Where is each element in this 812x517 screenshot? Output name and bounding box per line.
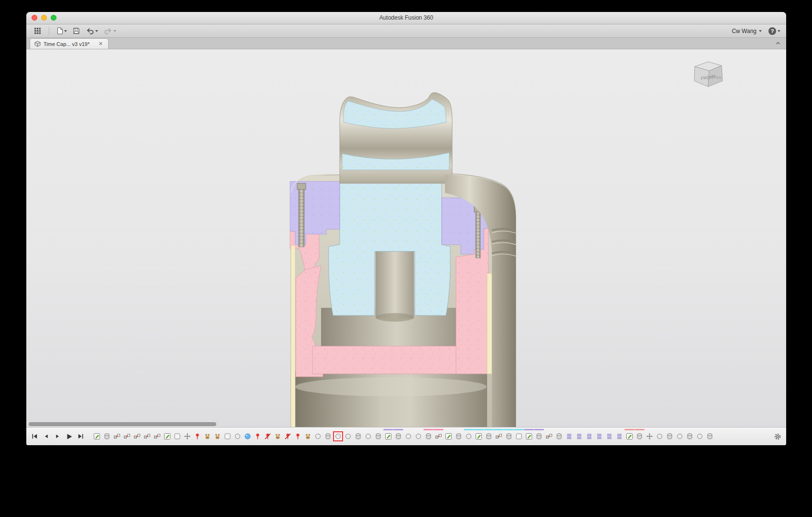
timeline-group-bar xyxy=(504,429,514,430)
timeline-feature-pinx[interactable] xyxy=(264,432,272,440)
timeline-feature-circle[interactable] xyxy=(656,432,664,440)
app-grid-icon xyxy=(34,27,41,34)
timeline-feature-pinx[interactable] xyxy=(284,432,292,440)
timeline-feature-solid[interactable] xyxy=(455,432,463,440)
timeline-feature-paw[interactable] xyxy=(203,432,211,440)
timeline-feature-spring[interactable] xyxy=(595,432,603,440)
viewport[interactable]: FRONT RIGHT xyxy=(26,49,786,427)
timeline-feature-circle-selected[interactable] xyxy=(334,432,342,440)
help-menu-button[interactable]: ? xyxy=(768,27,780,35)
timeline-feature-circle[interactable] xyxy=(314,432,322,440)
document-tab[interactable]: Time Cap... v3 v19* ✕ xyxy=(30,38,109,49)
timeline-feature-sphere[interactable] xyxy=(244,432,252,440)
timeline-skip-end-button[interactable] xyxy=(76,432,85,441)
model-part-liner-cream-right[interactable] xyxy=(487,273,492,374)
timeline-feature-solid[interactable] xyxy=(686,432,694,440)
timeline-feature-paw[interactable] xyxy=(213,432,222,440)
timeline-feature-solid[interactable] xyxy=(374,432,382,440)
timeline-feature-circle[interactable] xyxy=(414,432,423,440)
timeline-feature-joint[interactable] xyxy=(133,432,141,440)
timeline-feature-solid[interactable] xyxy=(485,432,493,440)
timeline-feature-box[interactable] xyxy=(515,432,523,440)
timeline-feature-circle[interactable] xyxy=(404,432,412,440)
timeline-settings-button[interactable] xyxy=(773,432,782,441)
timeline-feature-sketch[interactable] xyxy=(384,432,392,440)
model-part-bore[interactable] xyxy=(376,250,414,318)
timeline-feature-move[interactable] xyxy=(645,432,654,440)
timeline-bar xyxy=(26,427,786,445)
timeline-group-bar xyxy=(514,429,524,430)
timeline-feature-box[interactable] xyxy=(223,432,232,440)
timeline-feature-spring[interactable] xyxy=(585,432,593,440)
timeline-feature-circle[interactable] xyxy=(364,432,372,440)
model-canvas[interactable] xyxy=(26,49,786,427)
viewcube[interactable]: FRONT RIGHT xyxy=(685,55,729,93)
user-menu-button[interactable]: Cw Wang xyxy=(732,28,762,34)
save-button[interactable] xyxy=(71,26,82,35)
timeline-feature-joint[interactable] xyxy=(113,432,121,440)
close-window-button[interactable] xyxy=(32,15,37,21)
timeline-group-bar xyxy=(494,429,504,430)
timeline-feature-solid[interactable] xyxy=(424,432,433,440)
document-tab-bar: Time Cap... v3 v19* ✕ xyxy=(26,38,786,49)
timeline-feature-solid[interactable] xyxy=(324,432,332,440)
timeline-feature-pin[interactable] xyxy=(294,432,302,440)
timeline-feature-spring[interactable] xyxy=(605,432,613,440)
timeline-skip-start-button[interactable] xyxy=(30,432,39,441)
timeline-feature-solid[interactable] xyxy=(505,432,513,440)
timeline-group-bar xyxy=(624,429,634,430)
minimize-window-button[interactable] xyxy=(41,15,47,21)
file-menu-button[interactable] xyxy=(55,26,69,35)
timeline-feature-joint[interactable] xyxy=(495,432,503,440)
timeline-feature-solid[interactable] xyxy=(706,432,714,440)
collapse-toolbar-button[interactable] xyxy=(775,40,781,48)
timeline-feature-spring[interactable] xyxy=(615,432,623,440)
timeline-feature-circle[interactable] xyxy=(465,432,473,440)
app-grid-button[interactable] xyxy=(32,26,43,35)
timeline-feature-sketch[interactable] xyxy=(445,432,453,440)
timeline-feature-move[interactable] xyxy=(183,432,191,440)
timeline-feature-circle[interactable] xyxy=(234,432,242,440)
timeline-feature-solid[interactable] xyxy=(635,432,644,440)
timeline-feature-joint[interactable] xyxy=(434,432,443,440)
timeline-feature-circle[interactable] xyxy=(344,432,352,440)
timeline-group-bar xyxy=(393,429,403,430)
timeline-step-back-button[interactable] xyxy=(42,432,51,441)
timeline-scrollbar-thumb[interactable] xyxy=(29,422,216,426)
timeline-feature-sketch[interactable] xyxy=(475,432,483,440)
timeline-feature-spring[interactable] xyxy=(575,432,583,440)
timeline-feature-paw[interactable] xyxy=(274,432,282,440)
timeline-feature-joint[interactable] xyxy=(153,432,161,440)
timeline-feature-solid[interactable] xyxy=(394,432,402,440)
timeline-play-button[interactable] xyxy=(65,432,74,441)
timeline-feature-paw[interactable] xyxy=(304,432,312,440)
timeline-step-forward-button[interactable] xyxy=(53,432,62,441)
timeline-feature-solid[interactable] xyxy=(535,432,543,440)
zoom-window-button[interactable] xyxy=(51,15,56,21)
timeline-feature-sketch[interactable] xyxy=(625,432,634,440)
timeline-feature-box[interactable] xyxy=(173,432,181,440)
timeline-feature-sketch[interactable] xyxy=(93,432,101,440)
chevron-up-icon xyxy=(775,40,781,46)
timeline-feature-spring[interactable] xyxy=(565,432,573,440)
timeline-feature-solid[interactable] xyxy=(666,432,674,440)
model-part-liner-cream-left[interactable] xyxy=(291,246,295,427)
timeline-feature-sketch[interactable] xyxy=(525,432,533,440)
undo-button[interactable] xyxy=(84,27,100,35)
timeline-feature-solid[interactable] xyxy=(555,432,563,440)
timeline-feature-circle[interactable] xyxy=(676,432,684,440)
timeline-feature-circle[interactable] xyxy=(696,432,704,440)
timeline-feature-pin[interactable] xyxy=(254,432,262,440)
timeline-feature-solid[interactable] xyxy=(103,432,111,440)
redo-button[interactable] xyxy=(102,27,118,35)
model-part-handle[interactable] xyxy=(340,92,452,183)
timeline-feature-joint[interactable] xyxy=(143,432,151,440)
timeline-scrollbar-track[interactable] xyxy=(29,422,412,426)
timeline-feature-joint[interactable] xyxy=(545,432,553,440)
timeline-feature-joint[interactable] xyxy=(123,432,131,440)
tab-close-icon[interactable]: ✕ xyxy=(98,41,104,47)
timeline-feature-solid[interactable] xyxy=(354,432,362,440)
timeline-feature-sketch[interactable] xyxy=(163,432,171,440)
toolbar-separator xyxy=(49,27,49,35)
timeline-feature-pin[interactable] xyxy=(193,432,201,440)
